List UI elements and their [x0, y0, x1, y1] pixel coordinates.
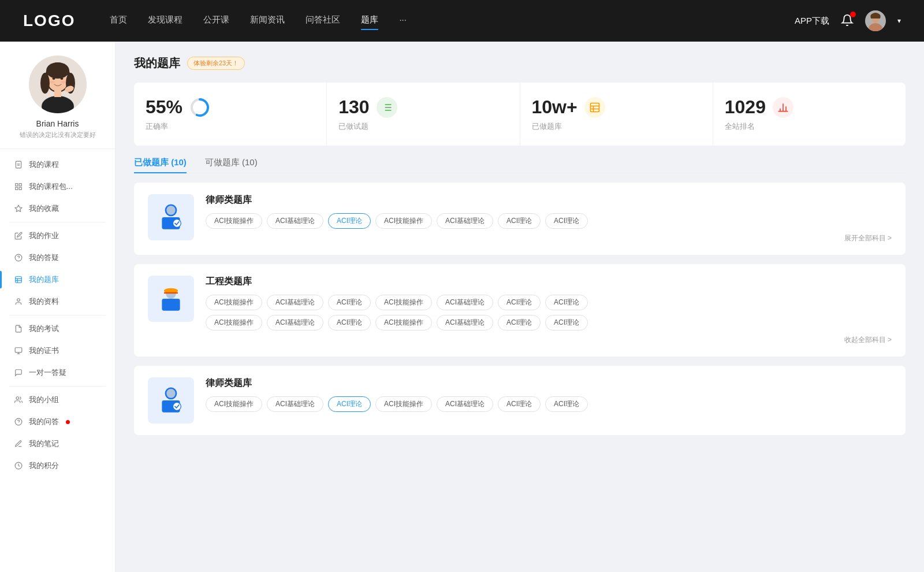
- sidebar-item-label: 我的积分: [29, 460, 59, 471]
- donut-chart: [189, 97, 210, 118]
- bell-badge: [850, 12, 856, 17]
- sidebar-item-oneone[interactable]: 一对一答疑: [0, 362, 115, 384]
- tag[interactable]: ACI基础理论: [267, 396, 323, 412]
- tag[interactable]: ACI技能操作: [206, 315, 262, 330]
- tag[interactable]: ACI理论: [498, 396, 541, 412]
- tag[interactable]: ACI理论: [545, 295, 588, 310]
- sidebar-item-group[interactable]: 我的小组: [0, 389, 115, 411]
- tag[interactable]: ACI理论: [545, 396, 588, 412]
- nav-discover[interactable]: 发现课程: [148, 14, 182, 28]
- cert-icon: [14, 346, 23, 355]
- sidebar-item-coursepack[interactable]: 我的课程包...: [0, 176, 115, 198]
- people-icon: [14, 297, 23, 306]
- tag[interactable]: ACI技能操作: [206, 213, 262, 229]
- sidebar-item-exam[interactable]: 我的考试: [0, 318, 115, 340]
- collapse-link[interactable]: 收起全部科目 >: [206, 335, 892, 345]
- logo: LOGO: [23, 12, 75, 30]
- tag[interactable]: ACI技能操作: [206, 295, 262, 310]
- qbank-body: 律师类题库 ACI技能操作 ACI基础理论 ACI理论 ACI技能操作 ACI基…: [206, 194, 892, 243]
- sidebar-item-label: 我的题库: [29, 274, 59, 285]
- svg-point-32: [16, 397, 19, 400]
- tag[interactable]: ACI技能操作: [375, 213, 432, 229]
- divider: [9, 222, 106, 222]
- nav-more[interactable]: ···: [399, 14, 407, 28]
- qbank-title: 律师类题库: [206, 194, 892, 206]
- tag[interactable]: ACI理论: [498, 213, 541, 229]
- user-avatar[interactable]: [865, 10, 886, 31]
- qbank-card-inner: 工程类题库 ACI技能操作 ACI基础理论 ACI理论 ACI技能操作 ACI基…: [148, 276, 892, 345]
- svg-rect-60: [164, 292, 178, 294]
- svg-rect-31: [15, 348, 22, 352]
- tag[interactable]: ACI基础理论: [437, 213, 493, 229]
- nav-opencourse[interactable]: 公开课: [203, 14, 229, 28]
- sidebar-item-points[interactable]: 我的积分: [0, 455, 115, 477]
- sidebar-item-courses[interactable]: 我的课程: [0, 154, 115, 176]
- sidebar-item-myqa[interactable]: 我的问答: [0, 411, 115, 433]
- stat-top: 55%: [146, 96, 315, 118]
- navbar-links: 首页 发现课程 公开课 新闻资讯 问答社区 题库 ···: [110, 14, 795, 28]
- sidebar-item-label: 我的笔记: [29, 439, 59, 449]
- sidebar-item-notes[interactable]: 我的笔记: [0, 433, 115, 455]
- bar-red-icon: [773, 97, 793, 118]
- tag[interactable]: ACI技能操作: [375, 295, 432, 310]
- qbank-title: 律师类题库: [206, 377, 892, 389]
- bar-icon: [14, 182, 23, 191]
- qbank-title: 工程类题库: [206, 276, 892, 288]
- tab-available-banks[interactable]: 可做题库 (10): [205, 157, 258, 173]
- tag[interactable]: ACI基础理论: [437, 396, 493, 412]
- tag[interactable]: ACI基础理论: [267, 315, 323, 330]
- stat-done-questions: 130 已做试题: [327, 83, 520, 146]
- tag[interactable]: ACI理论: [328, 295, 371, 310]
- tag[interactable]: ACI理论: [498, 295, 541, 310]
- qbank-card-engineer: 工程类题库 ACI技能操作 ACI基础理论 ACI理论 ACI技能操作 ACI基…: [134, 264, 906, 356]
- tag[interactable]: ACI技能操作: [375, 396, 432, 412]
- svg-rect-26: [16, 277, 22, 283]
- app-download-btn[interactable]: APP下载: [795, 16, 829, 27]
- sidebar-item-cert[interactable]: 我的证书: [0, 340, 115, 362]
- avatar-dropdown-icon[interactable]: ▾: [897, 17, 901, 25]
- expand-link[interactable]: 展开全部科目 >: [206, 233, 892, 243]
- sidebar-item-homework[interactable]: 我的作业: [0, 225, 115, 247]
- tabs-row: 已做题库 (10) 可做题库 (10): [134, 157, 906, 173]
- tag[interactable]: ACI基础理论: [267, 295, 323, 310]
- tag[interactable]: ACI技能操作: [375, 315, 432, 330]
- tag[interactable]: ACI基础理论: [437, 295, 493, 310]
- tag[interactable]: ACI基础理论: [437, 315, 493, 330]
- stat-done-banks: 10w+ 已做题库: [520, 83, 713, 146]
- sidebar-item-label: 我的课程包...: [29, 181, 73, 192]
- svg-point-14: [61, 81, 66, 84]
- sidebar-item-qbank[interactable]: 我的题库: [0, 269, 115, 291]
- tag-active[interactable]: ACI理论: [328, 213, 371, 229]
- edit-icon: [14, 231, 23, 240]
- svg-point-54: [166, 206, 176, 215]
- nav-home[interactable]: 首页: [110, 14, 127, 28]
- stats-row: 55% 正确率 130: [134, 83, 906, 146]
- tab-done-banks[interactable]: 已做题库 (10): [134, 157, 187, 173]
- tag-active[interactable]: ACI理论: [328, 396, 371, 412]
- nav-qbank[interactable]: 题库: [361, 14, 378, 28]
- nav-qa[interactable]: 问答社区: [305, 14, 340, 28]
- tag[interactable]: ACI理论: [545, 213, 588, 229]
- sidebar-item-profile[interactable]: 我的资料: [0, 291, 115, 313]
- tag[interactable]: ACI理论: [328, 315, 371, 330]
- tag[interactable]: ACI理论: [498, 315, 541, 330]
- list-yellow-icon: [584, 97, 605, 118]
- sidebar-item-favorites[interactable]: 我的收藏: [0, 198, 115, 220]
- sidebar-item-label: 我的作业: [29, 231, 59, 241]
- nav-news[interactable]: 新闻资讯: [250, 14, 285, 28]
- svg-point-63: [166, 389, 176, 398]
- qbank-card-lawyer-1: 律师类题库 ACI技能操作 ACI基础理论 ACI理论 ACI技能操作 ACI基…: [134, 183, 906, 255]
- tag[interactable]: ACI技能操作: [206, 396, 262, 412]
- sidebar-item-qna[interactable]: 我的答疑: [0, 247, 115, 269]
- svg-point-8: [46, 62, 69, 79]
- lawyer-icon: [148, 194, 194, 240]
- qmark-icon: [14, 417, 23, 426]
- tag[interactable]: ACI理论: [545, 315, 588, 330]
- tags-row: ACI技能操作 ACI基础理论 ACI理论 ACI技能操作 ACI基础理论 AC…: [206, 213, 892, 229]
- sidebar-item-label: 我的资料: [29, 296, 59, 307]
- stat-accuracy: 55% 正确率: [134, 83, 327, 146]
- notification-bell[interactable]: [841, 14, 854, 28]
- svg-rect-44: [590, 103, 599, 112]
- page-header: 我的题库 体验剩余23天！: [134, 55, 906, 71]
- tag[interactable]: ACI基础理论: [267, 213, 323, 229]
